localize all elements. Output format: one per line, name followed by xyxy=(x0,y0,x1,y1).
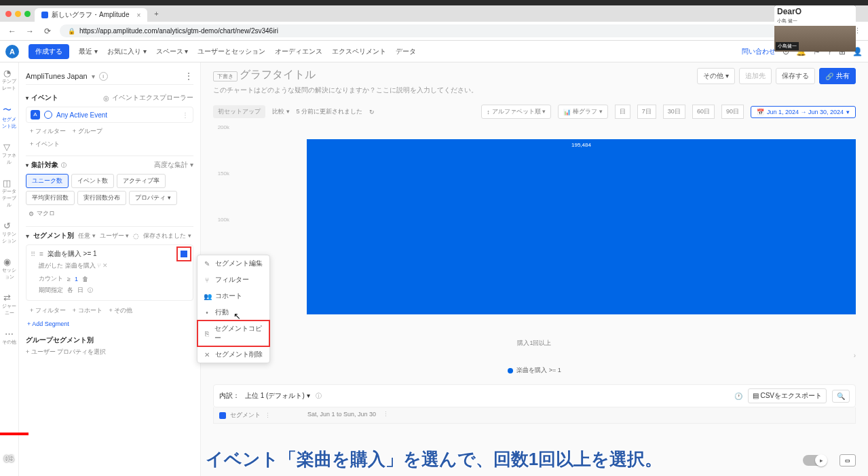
tally-avg[interactable]: 平均実行回数 xyxy=(26,191,75,205)
interval-7d[interactable]: 7日 xyxy=(637,105,656,119)
add-filter-link[interactable]: + フィルター xyxy=(30,127,66,136)
group-segment-add[interactable]: + ユーザー プロパティを選択 xyxy=(26,346,193,358)
share-button[interactable]: 🔗共有 xyxy=(819,68,856,84)
tally-dist[interactable]: 実行回数分布 xyxy=(77,191,126,205)
rail-session[interactable]: ◉セッション xyxy=(0,257,18,280)
chevron-down-icon[interactable]: ▾ xyxy=(92,73,95,80)
count-value[interactable]: 1 xyxy=(75,276,78,282)
rail-template[interactable]: ◔テンプレート xyxy=(0,68,18,92)
seg-filter-link[interactable]: + フィルター xyxy=(30,306,66,315)
col-date[interactable]: Sat, Jun 1 to Sun, Jun 30 xyxy=(307,411,376,420)
create-button[interactable]: 作成する xyxy=(29,44,69,59)
close-window[interactable] xyxy=(5,11,12,17)
cc-button[interactable]: ▭ xyxy=(839,454,856,466)
progress-bar[interactable] xyxy=(0,433,29,435)
add-segment-link[interactable]: + Add Segment xyxy=(26,316,193,331)
new-tab-button[interactable]: + xyxy=(154,10,158,18)
minimize-window[interactable] xyxy=(15,11,21,17)
ctx-copy-segment[interactable]: ⎘セグメントコピー xyxy=(197,321,269,346)
address-bar[interactable]: 🔒 https://app.amplitude.com/analytics/gt… xyxy=(60,24,794,37)
info-icon[interactable]: ⓘ xyxy=(61,162,67,169)
search-icon[interactable]: 🔍 xyxy=(832,390,850,403)
add-group-link[interactable]: + グループ xyxy=(73,127,102,136)
seg-cohort-link[interactable]: + コホート xyxy=(73,306,102,315)
addto-button[interactable]: 追加先 xyxy=(739,68,772,84)
close-tab-icon[interactable]: × xyxy=(136,12,140,19)
chart-title[interactable]: グラフタイトル xyxy=(240,69,316,80)
rail-segment[interactable]: 〜セグメント比 xyxy=(0,104,18,130)
advanced-tally-link[interactable]: 高度な集計 ▾ xyxy=(154,160,193,170)
interval-60d[interactable]: 60日 xyxy=(692,105,715,119)
segment-any-dropdown[interactable]: 任意 ▾ xyxy=(78,232,96,240)
setup-pill[interactable]: 初セットアップ xyxy=(213,105,265,118)
more-icon[interactable]: ⋮ xyxy=(182,111,189,119)
tally-unique[interactable]: ユニーク数 xyxy=(26,174,69,188)
nav-data[interactable]: データ xyxy=(396,47,416,56)
ctx-cohort[interactable]: 👥コホート xyxy=(197,288,269,304)
interval-day[interactable]: 日 xyxy=(615,105,630,119)
info-icon[interactable]: ⓘ xyxy=(316,392,322,401)
caret-icon[interactable]: ▾ xyxy=(26,232,29,240)
caret-icon[interactable]: ▾ xyxy=(26,162,29,168)
amplitude-logo[interactable]: A xyxy=(5,45,19,58)
compare-dropdown[interactable]: 比較 ▾ xyxy=(272,107,290,116)
checkbox[interactable] xyxy=(219,412,226,419)
refresh-icon[interactable]: ↻ xyxy=(369,109,375,115)
other-button[interactable]: その他 ▾ xyxy=(697,68,735,84)
add-event-link[interactable]: + イベント xyxy=(26,137,193,151)
ctx-delete-segment[interactable]: ✕セグメント削除 xyxy=(197,346,269,363)
chart-type-dropdown[interactable]: 📊 棒グラフ ▾ xyxy=(558,105,608,119)
event-row[interactable]: A Any Active Event ⋮ xyxy=(26,107,193,123)
reload-button[interactable]: ⟳ xyxy=(42,26,53,36)
more-icon[interactable]: ⋮ xyxy=(184,71,193,81)
export-csv-button[interactable]: ▤ CSVをエクスポート xyxy=(748,388,827,403)
nav-users[interactable]: ユーザーとセッション xyxy=(197,47,265,56)
event-explorer-link[interactable]: イベントエクスプローラー xyxy=(112,93,193,103)
nav-experiment[interactable]: エクスペリメント xyxy=(332,47,386,56)
nav-audience[interactable]: オーディエンス xyxy=(275,47,322,56)
tally-active[interactable]: アクティブ率 xyxy=(117,174,166,188)
contact-link[interactable]: 問い合わせ xyxy=(742,47,776,56)
project-name[interactable]: AmpliTunes Japan xyxy=(26,72,88,80)
sort-dropdown[interactable]: ↕ アルファベット順 ▾ xyxy=(481,105,551,119)
save-button[interactable]: 保存する xyxy=(776,68,815,84)
interval-30d[interactable]: 30日 xyxy=(663,105,685,119)
autoplay-toggle[interactable]: ▸ xyxy=(803,455,826,466)
rail-datatable[interactable]: ◫データテーブル xyxy=(0,178,18,208)
delete-icon[interactable]: 🗑 xyxy=(82,276,88,282)
ctx-filter[interactable]: ⑂フィルター xyxy=(197,272,269,288)
drag-icon[interactable]: ⠿ xyxy=(31,251,35,258)
segment-color-swatch[interactable] xyxy=(176,246,191,261)
chart-legend[interactable]: 楽曲を購入 >= 1 xyxy=(213,366,856,375)
seg-etc-link[interactable]: + その他 xyxy=(109,306,133,315)
tally-events[interactable]: イベント数 xyxy=(71,174,114,188)
interval-90d[interactable]: 90日 xyxy=(721,105,744,119)
back-button[interactable]: ← xyxy=(7,26,18,36)
window-controls[interactable] xyxy=(5,11,31,17)
chart-bar[interactable]: 195,484 xyxy=(307,139,856,314)
chart-description[interactable]: このチャートはどのような疑問の解決になりますか？ここに説明を入力してください。 xyxy=(213,86,689,95)
col-segment[interactable]: セグメント xyxy=(230,411,261,420)
forward-button[interactable]: → xyxy=(24,26,35,36)
page-next[interactable]: › xyxy=(854,352,856,359)
rail-other[interactable]: ⋯その他 xyxy=(2,329,16,346)
info-icon[interactable]: i xyxy=(99,72,108,81)
nav-favorites[interactable]: お気に入り ▾ xyxy=(107,47,147,56)
segment-name[interactable]: 楽曲を購入 >= 1 xyxy=(48,249,97,259)
tally-property[interactable]: プロパティ ▾ xyxy=(129,191,177,205)
top-n-dropdown[interactable]: 上位 1 (デフォルト) ▾ xyxy=(245,391,310,401)
rail-funnel[interactable]: ▽ファネル xyxy=(0,142,18,166)
nav-recent[interactable]: 最近 ▾ xyxy=(79,47,98,56)
date-range[interactable]: 📅 Jun 1, 2024 → Jun 30, 2024 ▾ xyxy=(751,106,856,118)
caret-icon[interactable]: ▾ xyxy=(26,95,29,101)
segment-user-dropdown[interactable]: ユーザー ▾ xyxy=(100,232,130,240)
segment-saved-dropdown[interactable]: 保存されました ▾ xyxy=(143,232,191,240)
browser-tab[interactable]: 新しいグラフ・Amplitude × xyxy=(35,8,147,22)
maximize-window[interactable] xyxy=(24,11,31,17)
rail-journey[interactable]: ⇄ジャーニー xyxy=(0,293,18,316)
clock-icon[interactable]: 🕐 xyxy=(734,392,742,400)
nav-spaces[interactable]: スペース ▾ xyxy=(156,47,189,56)
rail-retention[interactable]: ↺リテンション xyxy=(0,221,18,244)
ctx-edit-segment[interactable]: ✎セグメント編集 xyxy=(197,255,269,272)
macro-link[interactable]: マクロ xyxy=(37,209,55,218)
